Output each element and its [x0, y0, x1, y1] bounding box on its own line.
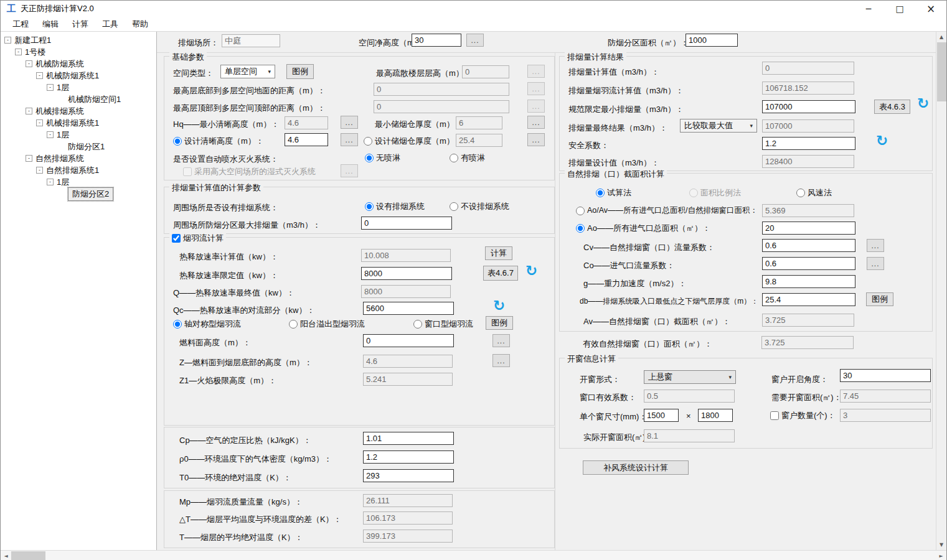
collapse-icon[interactable]: -: [36, 167, 43, 174]
tree-node-project[interactable]: -新建工程1: [1, 34, 156, 46]
tree-node-natural-exhaust-1[interactable]: -自然排烟系统1: [1, 164, 156, 176]
vertical-scroll-thumb[interactable]: [937, 42, 946, 101]
tree-node-mech-exhaust-1[interactable]: -机械排烟系统1: [1, 117, 156, 129]
clear-height-more-button[interactable]: ...: [466, 34, 484, 47]
with-exhaust-radio[interactable]: 设有排烟系统: [365, 201, 425, 212]
table-467-button[interactable]: 表4.6.7: [483, 266, 518, 281]
collapse-icon[interactable]: -: [4, 37, 11, 44]
balcony-plume-radio[interactable]: 阳台溢出型烟羽流: [289, 319, 365, 330]
menu-tools[interactable]: 工具: [95, 19, 125, 30]
collapse-icon[interactable]: -: [26, 60, 32, 67]
menu-calculate[interactable]: 计算: [65, 19, 95, 30]
ao-radio[interactable]: Ao——所有进气口总面积（㎡）：: [576, 223, 710, 234]
cv-input[interactable]: [762, 239, 855, 252]
axis-plume-radio[interactable]: 轴对称型烟羽流: [173, 319, 241, 330]
collapse-icon[interactable]: -: [47, 179, 54, 185]
collapse-icon[interactable]: -: [47, 84, 54, 91]
close-button[interactable]: ×: [915, 1, 946, 17]
fuel-input[interactable]: [363, 334, 454, 347]
window-height-input[interactable]: [698, 409, 733, 422]
window-width-input[interactable]: [644, 409, 679, 422]
collapse-icon[interactable]: -: [36, 119, 43, 126]
collapse-icon[interactable]: -: [26, 155, 32, 162]
makeup-air-button[interactable]: 补风系统设计计算: [583, 460, 689, 475]
p0-input[interactable]: [363, 450, 454, 464]
design-clear-radio[interactable]: 设计清晰高度（m）：: [173, 136, 264, 147]
db-input[interactable]: [762, 293, 855, 306]
collapse-icon[interactable]: -: [26, 108, 32, 114]
no-sprinkler-radio[interactable]: 无喷淋: [365, 152, 400, 164]
tree-node-floor1[interactable]: -1层: [1, 176, 156, 188]
calculate-button[interactable]: 计算: [485, 246, 512, 260]
tree-node-zone-2[interactable]: 防烟分区2: [1, 188, 156, 200]
scroll-up-icon[interactable]: ▲: [936, 32, 946, 42]
tree-node-building[interactable]: -1号楼: [1, 46, 156, 58]
scroll-down-icon[interactable]: ▼: [936, 539, 946, 550]
design-reservoir-radio[interactable]: 设计储烟仓厚度（m）：: [364, 136, 463, 147]
has-sprinkler-radio[interactable]: 有喷淋: [450, 152, 485, 164]
tree-node-natural-exhaust[interactable]: -自然排烟系统: [1, 152, 156, 164]
fuel-more-button[interactable]: ...: [492, 334, 510, 347]
menu-edit[interactable]: 编辑: [35, 19, 65, 30]
cv-more-button[interactable]: ...: [867, 239, 884, 252]
refresh-icon[interactable]: ↻: [876, 134, 888, 148]
z-more-button[interactable]: ...: [492, 354, 510, 367]
collapse-icon[interactable]: -: [15, 49, 22, 55]
co-more-button[interactable]: ...: [867, 257, 884, 270]
qc-input[interactable]: [363, 302, 454, 315]
t0-input[interactable]: [363, 469, 454, 482]
final-result-select[interactable]: 比较取最大值▾: [680, 119, 757, 133]
minimize-button[interactable]: ─: [853, 1, 884, 17]
space-type-legend-button[interactable]: 图例: [286, 64, 314, 79]
design-clear-input[interactable]: [285, 133, 328, 146]
refresh-icon[interactable]: ↻: [525, 264, 537, 278]
tree-node-floor1[interactable]: -1层: [1, 129, 156, 141]
aoav-radio[interactable]: Ao/Av——所有进气口总面积/自然排烟窗口面积：: [576, 205, 758, 216]
refresh-icon[interactable]: ↻: [493, 299, 505, 313]
plume-legend-button[interactable]: 图例: [486, 316, 513, 330]
vertical-scrollbar[interactable]: ▲ ▼: [936, 32, 946, 550]
clear-height-input[interactable]: [412, 34, 461, 47]
window-count-checkbox[interactable]: 窗户数量(个)：: [770, 410, 836, 421]
wind-method-radio[interactable]: 风速法: [796, 187, 832, 198]
maximize-button[interactable]: □: [884, 1, 915, 17]
open-angle-input[interactable]: [840, 369, 931, 382]
plume-checkbox[interactable]: 烟羽流计算: [169, 233, 226, 244]
tree-node-mech-smokeproof-1[interactable]: -机械防烟系统1: [1, 70, 156, 82]
g-input[interactable]: [762, 275, 855, 288]
cp-input[interactable]: [363, 432, 454, 445]
window-form-select[interactable]: 上悬窗▾: [644, 370, 736, 384]
window-plume-radio[interactable]: 窗口型烟羽流: [413, 319, 473, 330]
horizontal-scrollbar[interactable]: ◄ ►: [1, 550, 946, 560]
menu-project[interactable]: 工程: [6, 19, 35, 30]
design-clear-more-button[interactable]: ...: [341, 133, 358, 146]
design-reservoir-more-button[interactable]: ...: [527, 133, 545, 146]
hq-more-button[interactable]: ...: [341, 116, 358, 129]
scroll-right-icon[interactable]: ►: [936, 551, 946, 560]
max-exhaust-input[interactable]: [361, 217, 452, 230]
menu-help[interactable]: 帮助: [125, 19, 155, 30]
min-exhaust-input[interactable]: [762, 100, 855, 113]
refresh-icon[interactable]: ↻: [917, 96, 929, 111]
min-reservoir-more-button[interactable]: ...: [527, 116, 545, 129]
tree-node-zone-1[interactable]: 防烟分区1: [1, 141, 156, 152]
ao-input[interactable]: [762, 222, 855, 235]
table-463-button[interactable]: 表4.6.3: [874, 100, 910, 114]
db-legend-button[interactable]: 图例: [866, 292, 893, 306]
space-type-select[interactable]: 单层空间▾: [220, 65, 275, 78]
tree-node-mech-space-1[interactable]: 机械防烟空间1: [1, 93, 156, 105]
safety-factor-input[interactable]: [762, 137, 855, 150]
scroll-left-icon[interactable]: ◄: [1, 551, 11, 560]
collapse-icon[interactable]: -: [36, 72, 43, 79]
hrr-limit-input[interactable]: [361, 267, 452, 280]
tree-node-floor1[interactable]: -1层: [1, 82, 156, 93]
tree-node-mech-exhaust[interactable]: -机械排烟系统: [1, 105, 156, 117]
without-exhaust-radio[interactable]: 不设排烟系统: [450, 201, 509, 212]
cv-label: Cv——自然排烟窗（口）流量系数：: [583, 242, 715, 253]
zone-area-input[interactable]: [686, 34, 738, 47]
co-input[interactable]: [762, 257, 855, 270]
trial-method-radio[interactable]: 试算法: [596, 187, 631, 198]
tree-node-mech-smokeproof[interactable]: -机械防烟系统: [1, 58, 156, 70]
collapse-icon[interactable]: -: [47, 131, 54, 138]
horizontal-scroll-thumb[interactable]: [11, 551, 45, 560]
